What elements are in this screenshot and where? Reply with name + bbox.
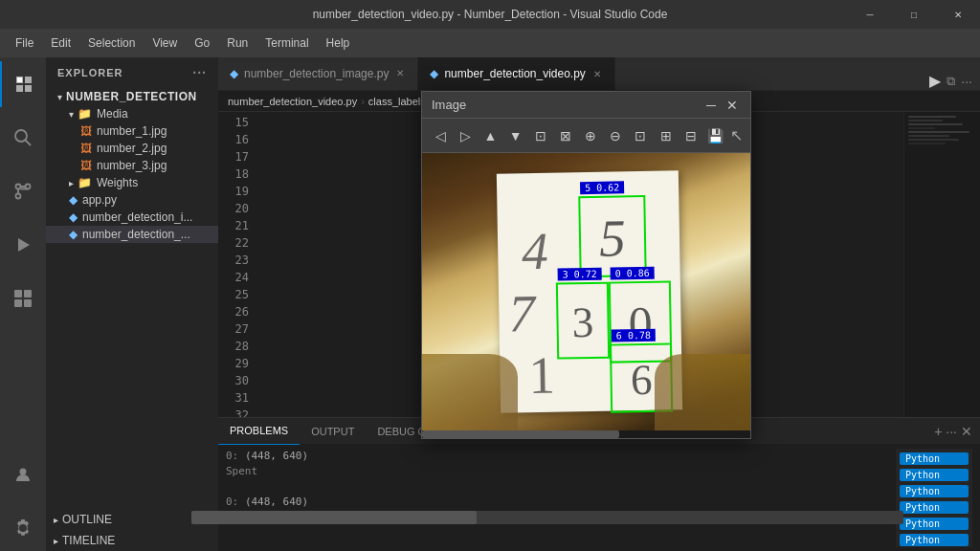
terminal-scrollbar-thumb[interactable]	[226, 511, 477, 524]
py-file-icon2: ◆	[69, 210, 78, 224]
image-viewer-minimize-button[interactable]: ─	[702, 97, 720, 114]
det-box-5: 5 0.62 5	[578, 195, 646, 277]
number1-file-item[interactable]: 🖼 number_1.jpg	[46, 122, 218, 140]
settings-activity-icon[interactable]	[0, 505, 46, 551]
py-icon-tab1: ◆	[230, 67, 238, 80]
root-folder-label: NUMBER_DETECTION	[66, 90, 197, 103]
iv-prev-button[interactable]: ◁	[430, 122, 451, 149]
line-numbers: 15 16 17 18 19 20 21 22 23 24 25 26 27 2…	[218, 112, 256, 417]
py-file-icon: ◆	[69, 193, 78, 207]
iv-down-button[interactable]: ▼	[505, 122, 526, 149]
detection-image-file-item[interactable]: ◆ number_detection_i...	[46, 209, 218, 226]
breadcrumb-sep: ›	[361, 96, 365, 107]
folder-icon2: 📁	[78, 176, 92, 189]
iv-next-button[interactable]: ▷	[455, 122, 476, 149]
menu-help[interactable]: Help	[319, 33, 358, 54]
explorer-activity-icon[interactable]	[0, 61, 46, 107]
image-viewer-titlebar[interactable]: Image ─ ✕	[422, 92, 750, 119]
root-folder-item[interactable]: ▾ NUMBER_DETECTION	[46, 88, 218, 105]
scrollbar-thumb[interactable]	[422, 430, 619, 438]
py-label-2: Python	[905, 470, 940, 480]
line-num-25: 25	[218, 286, 249, 303]
iv-zoom-out-button[interactable]: ⊖	[605, 122, 626, 149]
menu-terminal[interactable]: Terminal	[257, 33, 316, 54]
menu-file[interactable]: File	[8, 33, 41, 54]
svg-rect-0	[17, 77, 22, 82]
weights-arrow-icon: ▸	[69, 178, 74, 188]
extensions-activity-icon[interactable]	[0, 276, 46, 321]
sidebar: EXPLORER ··· ▾ NUMBER_DETECTION ▾ 📁 Medi…	[46, 57, 218, 551]
python-session-3[interactable]: Python	[900, 485, 969, 497]
menu-selection[interactable]: Selection	[80, 33, 143, 54]
python-session-6[interactable]: Python	[900, 534, 969, 546]
outline-label: OUTLINE	[62, 513, 112, 526]
breadcrumb-symbol[interactable]: class_labels	[368, 96, 426, 107]
terminal-plus-button[interactable]: +	[934, 424, 942, 439]
det-label-0: 0 0.86	[611, 267, 655, 280]
number3-file-item[interactable]: 🖼 number_3.jpg	[46, 157, 218, 174]
search-activity-icon[interactable]	[0, 115, 46, 161]
menu-view[interactable]: View	[145, 33, 185, 54]
iv-zoom-in-button[interactable]: ⊕	[580, 122, 601, 149]
weights-folder-item[interactable]: ▸ 📁 Weights	[46, 174, 218, 191]
python-session-4[interactable]: Python	[900, 501, 969, 514]
menu-edit[interactable]: Edit	[43, 33, 78, 54]
py-label-5: Python	[905, 518, 940, 529]
iv-fit-button[interactable]: ⊡	[530, 122, 551, 149]
image-viewer-toolbar: ◁ ▷ ▲ ▼ ⊡ ⊠ ⊕ ⊖ ⊡ ⊞ ⊟ 💾 ↖	[422, 119, 750, 153]
iv-up-button[interactable]: ▲	[479, 122, 501, 149]
sidebar-dots-button[interactable]: ···	[192, 65, 207, 80]
run-file-button[interactable]: ▶	[929, 72, 941, 90]
split-editor-button[interactable]: ⧉	[947, 74, 955, 89]
tab-number-detection-image[interactable]: ◆ number_detection_image.py ✕	[218, 57, 418, 90]
media-folder-item[interactable]: ▾ 📁 Media	[46, 105, 218, 122]
iv-actual-size-button[interactable]: ⊠	[555, 122, 576, 149]
det-label-3: 3 0.72	[558, 268, 602, 281]
maximize-button[interactable]: □	[892, 0, 936, 29]
minimize-button[interactable]: ─	[848, 0, 892, 29]
line-num-29: 29	[218, 355, 249, 372]
menu-run[interactable]: Run	[219, 33, 256, 54]
breadcrumb-file[interactable]: number_detection_video.py	[228, 96, 357, 107]
image-viewer-canvas[interactable]: 4 7 1 5 0.62 5 3 0.72 3 0 0.86 0 6 0.78	[422, 153, 750, 430]
svg-rect-9	[14, 299, 22, 307]
close-button[interactable]: ✕	[936, 0, 980, 29]
account-activity-icon[interactable]	[0, 452, 46, 497]
terminal-close-button[interactable]: ✕	[961, 424, 972, 439]
python-session-2[interactable]: Python	[900, 469, 969, 481]
app-file-item[interactable]: ◆ app.py	[46, 191, 218, 209]
number2-file-item[interactable]: 🖼 number_2.jpg	[46, 140, 218, 157]
close-tab2-button[interactable]: ✕	[591, 67, 603, 81]
py-label-6: Python	[905, 535, 940, 545]
terminal-line-2: Spent	[226, 464, 886, 479]
iv-save-button[interactable]: 💾	[705, 122, 726, 149]
terminal-dots-button[interactable]: ···	[946, 424, 957, 439]
number3-label: number_3.jpg	[97, 159, 167, 172]
line-num-17: 17	[218, 148, 249, 165]
close-tab1-button[interactable]: ✕	[394, 66, 406, 80]
output-tab[interactable]: OUTPUT	[300, 418, 366, 445]
iv-grid-button[interactable]: ⊞	[656, 122, 677, 149]
window-title: number_detection_video.py - Number_Detec…	[313, 8, 668, 21]
left-hand-element	[422, 354, 518, 430]
tab-number-detection-video[interactable]: ◆ number_detection_video.py ✕	[418, 57, 614, 90]
detection-image-label: number_detection_i...	[82, 210, 192, 224]
image-viewer-title: Image	[432, 98, 466, 112]
python-session-1[interactable]: Python	[900, 452, 969, 465]
more-actions-button[interactable]: ···	[961, 74, 972, 89]
terminal-output[interactable]: 0: (448, 640) Spent 0: (448, 640) Spent	[226, 449, 886, 547]
iv-fullscreen-button[interactable]: ⊡	[630, 122, 651, 149]
detection-video-file-item[interactable]: ◆ number_detection_...	[46, 226, 218, 243]
jpg-file-icon: 🖼	[80, 124, 92, 138]
folder-icon: 📁	[78, 107, 92, 121]
media-folder-arrow-icon: ▾	[69, 109, 74, 120]
menu-go[interactable]: Go	[187, 33, 217, 54]
source-control-activity-icon[interactable]	[0, 168, 46, 214]
python-session-5[interactable]: Python	[900, 518, 969, 530]
problems-tab[interactable]: PROBLEMS	[218, 418, 300, 445]
image-viewer-close-button[interactable]: ✕	[724, 97, 741, 114]
run-debug-activity-icon[interactable]	[0, 222, 46, 268]
image-viewer-scrollbar[interactable]	[422, 430, 750, 438]
timeline-section[interactable]: ▸ TIMELINE	[46, 530, 218, 551]
iv-settings-tool-button[interactable]: ⊟	[680, 122, 702, 149]
